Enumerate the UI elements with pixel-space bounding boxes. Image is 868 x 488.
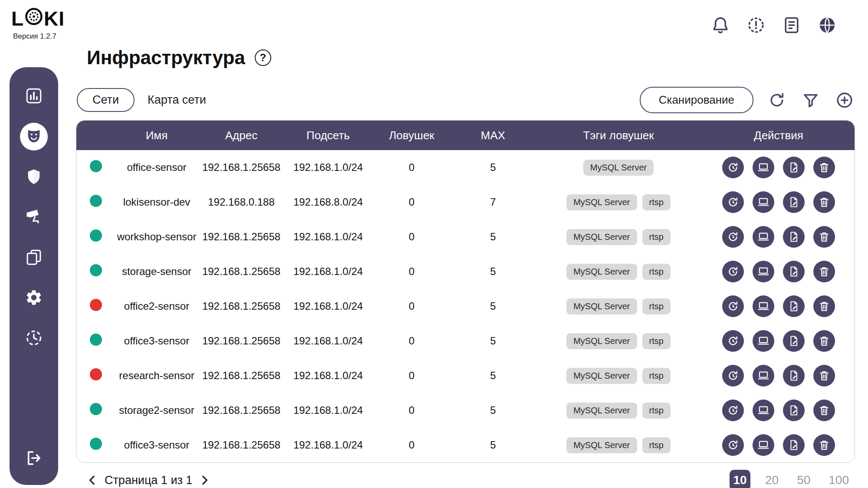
filter-icon[interactable] — [800, 90, 821, 111]
scan-button[interactable]: Сканирование — [640, 87, 753, 113]
delete-sensor-button[interactable] — [813, 261, 835, 282]
trap-tag: MySQL Server — [566, 437, 637, 453]
tab-networks[interactable]: Сети — [77, 88, 135, 112]
sidebar-item-security[interactable] — [20, 163, 48, 191]
sidebar-item-history[interactable] — [20, 324, 48, 352]
trap-tag: MySQL Server — [566, 229, 637, 245]
page-size-50[interactable]: 50 — [793, 471, 814, 488]
edit-sensor-button[interactable] — [783, 261, 805, 282]
monitor-sensor-button[interactable] — [753, 191, 774, 213]
sensor-address: 192.168.0.188 — [198, 196, 285, 208]
page-size-100[interactable]: 100 — [825, 471, 852, 488]
status-cell — [76, 368, 115, 383]
tab-network-map[interactable]: Карта сети — [148, 93, 206, 107]
edit-sensor-button[interactable] — [783, 400, 805, 421]
delete-sensor-button[interactable] — [813, 226, 835, 248]
sensor-tags: MySQL Serverrtsp — [534, 437, 703, 453]
status-dot — [90, 229, 102, 242]
refresh-sensor-button[interactable] — [722, 261, 744, 282]
cctv-camera-icon — [25, 208, 43, 227]
refresh-sensor-button[interactable] — [722, 434, 744, 456]
bar-chart-icon — [25, 87, 43, 106]
table-row: office-sensor192.168.1.25658192.168.1.0/… — [76, 150, 855, 185]
sensor-address: 192.168.1.25658 — [198, 370, 285, 382]
trap-tag: MySQL Server — [566, 368, 637, 384]
refresh-sensor-button[interactable] — [722, 330, 744, 352]
delete-sensor-button[interactable] — [813, 365, 835, 386]
trap-tag: MySQL Server — [566, 333, 637, 349]
monitor-sensor-button[interactable] — [753, 261, 774, 282]
trap-tag: rtsp — [642, 333, 671, 349]
edit-sensor-button[interactable] — [783, 157, 805, 178]
trap-tag: rtsp — [642, 264, 671, 280]
page-size-10[interactable]: 10 — [730, 470, 750, 488]
sensor-name: storage-sensor — [115, 265, 198, 278]
table-footer: Страница 1 из 1 102050100 — [76, 470, 855, 488]
monitor-sensor-button[interactable] — [753, 295, 774, 317]
next-page-icon[interactable] — [197, 472, 212, 488]
shield-icon — [25, 167, 43, 187]
monitor-sensor-button[interactable] — [753, 365, 774, 386]
trap-tag: MySQL Server — [566, 194, 637, 210]
sidebar-item-cameras[interactable] — [20, 203, 48, 231]
add-network-icon[interactable] — [834, 90, 855, 111]
refresh-sensor-button[interactable] — [722, 157, 744, 178]
sensor-subnet: 192.168.8.0/24 — [285, 196, 372, 208]
monitor-sensor-button[interactable] — [753, 157, 774, 178]
edit-sensor-button[interactable] — [783, 330, 805, 352]
refresh-sensor-button[interactable] — [722, 226, 744, 248]
sensor-subnet: 192.168.1.0/24 — [285, 231, 372, 243]
monitor-sensor-button[interactable] — [753, 226, 774, 248]
sensor-traps: 0 — [372, 196, 452, 208]
status-dot — [90, 403, 102, 415]
prev-page-icon[interactable] — [85, 472, 100, 488]
status-dot — [90, 160, 102, 172]
help-icon[interactable]: ? — [255, 49, 271, 66]
refresh-sensor-button[interactable] — [722, 191, 744, 213]
sidebar-item-dashboard[interactable] — [20, 82, 48, 110]
delete-sensor-button[interactable] — [813, 330, 835, 352]
sidebar-item-settings[interactable] — [20, 284, 48, 312]
status-cell — [76, 438, 115, 452]
refresh-sensor-button[interactable] — [722, 365, 744, 386]
monitor-sensor-button[interactable] — [753, 434, 774, 456]
status-dot — [90, 334, 102, 346]
sensor-traps: 0 — [372, 300, 452, 312]
monitor-sensor-button[interactable] — [753, 330, 774, 352]
refresh-table-icon[interactable] — [766, 90, 787, 111]
monitor-sensor-button[interactable] — [753, 400, 774, 421]
status-dot — [90, 264, 102, 276]
sensor-name: office3-sensor — [115, 335, 198, 347]
sensor-traps: 0 — [372, 231, 452, 243]
edit-sensor-button[interactable] — [783, 434, 805, 456]
edit-sensor-button[interactable] — [783, 226, 805, 248]
delete-sensor-button[interactable] — [813, 295, 835, 317]
sensor-address: 192.168.1.25658 — [198, 231, 285, 243]
refresh-sensor-button[interactable] — [722, 400, 744, 421]
trap-tag: MySQL Server — [566, 403, 637, 419]
delete-sensor-button[interactable] — [813, 191, 835, 213]
delete-sensor-button[interactable] — [813, 157, 835, 178]
sensor-name: lokisensor-dev — [115, 196, 198, 208]
status-dot — [90, 368, 102, 380]
sidebar-item-sensors[interactable] — [20, 123, 48, 151]
row-actions — [703, 295, 855, 317]
status-cell — [76, 264, 115, 279]
row-actions — [703, 226, 855, 248]
sidebar-item-documents[interactable] — [20, 244, 48, 272]
delete-sensor-button[interactable] — [813, 400, 835, 421]
page-size-20[interactable]: 20 — [762, 471, 782, 488]
edit-sensor-button[interactable] — [783, 295, 805, 317]
table-row: workshop-sensor192.168.1.25658192.168.1.… — [76, 219, 855, 254]
logo-text-right: KI — [44, 7, 65, 30]
sensor-max: 5 — [452, 161, 534, 174]
edit-sensor-button[interactable] — [783, 191, 805, 213]
logout-button[interactable] — [20, 445, 48, 472]
sensor-max: 5 — [452, 404, 534, 416]
edit-sensor-button[interactable] — [783, 365, 805, 386]
trap-tag: rtsp — [642, 403, 671, 419]
refresh-sensor-button[interactable] — [722, 295, 744, 317]
sensor-name: office-sensor — [115, 161, 198, 174]
logout-icon — [25, 449, 43, 468]
delete-sensor-button[interactable] — [813, 434, 835, 456]
